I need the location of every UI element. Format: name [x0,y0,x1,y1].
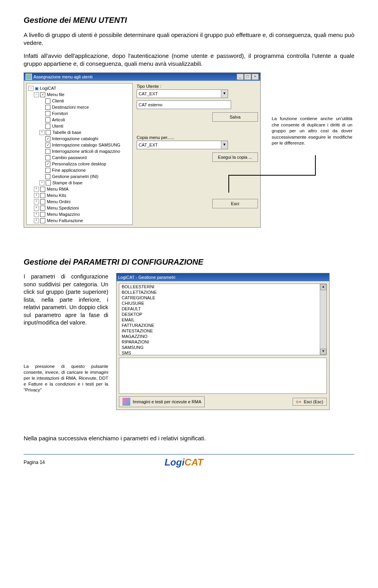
checkbox[interactable] [40,206,45,211]
maximize-button[interactable]: □ [244,74,251,80]
minimize-button[interactable]: _ [237,74,244,80]
tree-item[interactable]: +Menu Magazzino [28,211,131,217]
titlebar[interactable]: LogiCAT - Gestione parametri [117,273,329,281]
tree-label: Menu RMA [47,187,69,191]
tipo-utente-value: CAT_EXT [137,91,221,96]
list-item[interactable]: SAMSUNG [119,345,326,350]
scroll-up-icon[interactable]: ▲ [320,284,326,290]
tree-item[interactable]: Articoli [28,117,131,123]
esci-button[interactable]: Esci [212,199,258,208]
checkbox[interactable] [40,199,45,204]
checkbox[interactable] [40,187,45,192]
checkbox[interactable] [45,105,50,110]
tree-label: Stampe di base [52,180,82,185]
tree-label: Menu Fatturazione [47,218,83,223]
immagini-testi-button[interactable]: Immagini e testi per ricevute e RMA [119,396,205,407]
checkbox[interactable] [45,155,50,160]
tree-item[interactable]: +Menu Fatturazione [28,217,131,224]
checkbox[interactable] [40,212,45,217]
tree-item[interactable]: Fine applicazione [28,167,131,173]
list-item[interactable]: SMS [119,350,326,355]
window-assegnazione-menu: Assegnazione menu agli utenti _ □ × −▣ L… [24,72,261,228]
close-button[interactable]: × [252,74,259,80]
page-footer: Pagina 14 LogiCAT [24,457,354,468]
checkbox[interactable] [45,149,50,154]
list-item[interactable]: MAGAZZINO [119,334,326,339]
checkbox[interactable] [40,92,45,97]
figure-menu-assignment: Assegnazione menu agli utenti _ □ × −▣ L… [24,72,346,246]
tree-item[interactable]: +Menu Ordini [28,198,131,205]
list-item[interactable]: DESKTOP [119,312,326,317]
checkbox[interactable] [45,117,50,122]
right-panel: Tipo Utente : CAT_EXT ▼ CAT esterno Salv… [133,83,258,225]
tree-item[interactable]: Personalizza colore desktop [28,161,131,167]
tree-item[interactable]: +Menu Kits [28,192,131,198]
tree-item[interactable]: Destinazioni merce [28,104,131,110]
copia-menu-value: CAT_EXT [137,143,221,147]
list-item[interactable]: FATTURAZIONE [119,323,326,328]
checkbox[interactable] [45,111,50,116]
checkbox[interactable] [40,218,45,223]
esci-button[interactable]: ⎋+ Esci (Esc) [293,398,327,406]
tree-item[interactable]: −Menu file [28,91,131,98]
chevron-down-icon[interactable]: ▼ [221,141,228,149]
tree-item[interactable]: +Stampe di base [28,180,131,186]
chevron-down-icon[interactable]: ▼ [221,90,228,98]
section1-para1: A livello di gruppo di utenti è possibil… [24,31,354,47]
list-item[interactable]: INTESTAZIONE [119,328,326,334]
scrollbar[interactable]: ▲ ▼ [320,284,326,355]
tree-item[interactable]: Gestione parametri (INI) [28,173,131,180]
list-item[interactable]: RIPARAZIONI [119,339,326,345]
param-detail-list[interactable] [119,358,327,394]
window-title: LogiCAT - Gestione parametri [118,275,328,280]
tree-item[interactable]: Interrogazione articoli di magazzino [28,148,131,154]
menu-tree[interactable]: −▣ LogiCAT−Menu fileClientiDestinazioni … [26,83,133,225]
tree-label: Menu Magazzino [47,212,80,217]
tree-item[interactable]: +Menu RMA [28,186,131,192]
tree-root[interactable]: −▣ LogiCAT [28,85,131,91]
checkbox[interactable] [45,174,50,179]
tree-item[interactable]: Interrogazione catalogo SAMSUNG [28,142,131,148]
checkbox[interactable] [40,193,45,198]
tree-label: Clienti [52,98,64,103]
esci-label: Esci (Esc) [304,399,324,404]
list-item[interactable]: CATREGIONALE [119,295,326,300]
copia-menu-combo[interactable]: CAT_EXT ▼ [137,141,228,149]
checkbox[interactable] [46,130,51,135]
titlebar[interactable]: Assegnazione menu agli utenti _ □ × [24,73,260,81]
salva-button[interactable]: Salva [212,112,258,122]
checkbox[interactable] [45,143,50,148]
checkbox[interactable] [45,124,50,129]
esegui-copia-button[interactable]: Esegui la copia ... [212,152,258,162]
checkbox[interactable] [45,168,50,173]
tree-label: Gestione parametri (INI) [52,174,98,179]
checkbox[interactable] [46,180,51,185]
logo-part2: CAT [185,457,204,467]
title-bold: PARAMETRI DI CONFIGURAZIONE [73,258,204,266]
tree-item[interactable]: Utenti [28,123,131,129]
scroll-down-icon[interactable]: ▼ [320,349,326,355]
checkbox[interactable] [45,136,50,141]
param-group-list[interactable]: BOLLEESTERNIBOLLETTAZIONECATREGIONALECHI… [119,284,327,355]
tree-item[interactable]: +Menu Spedizioni [28,205,131,211]
checkbox[interactable] [45,161,50,167]
logo-part1: Logi [165,457,185,467]
tree-label: Destinazioni merce [52,105,89,109]
tree-label: Utenti [52,124,63,128]
tree-item[interactable]: Interrogazione cataloghi [28,135,131,142]
tree-item[interactable]: +Tabelle di base [28,129,131,135]
list-item[interactable]: CHIUSURE [119,300,326,306]
tree-item[interactable]: Cambio password [28,154,131,161]
tree-label: Interrogazione articoli di magazzino [52,149,120,154]
list-item[interactable]: BOLLETTAZIONE [119,289,326,295]
list-item[interactable]: EMAIL [119,317,326,323]
list-item[interactable]: BOLLEESTERNI [119,284,326,289]
tree-item[interactable]: +Menu Importazioni [28,224,131,225]
list-item[interactable]: DEFAULT [119,306,326,312]
tipo-utente-combo[interactable]: CAT_EXT ▼ [137,89,228,98]
tree-label: Menu Spedizioni [47,206,79,210]
checkbox[interactable] [40,224,45,225]
tree-item[interactable]: Fornitori [28,110,131,117]
checkbox[interactable] [45,98,50,104]
tree-item[interactable]: Clienti [28,98,131,104]
